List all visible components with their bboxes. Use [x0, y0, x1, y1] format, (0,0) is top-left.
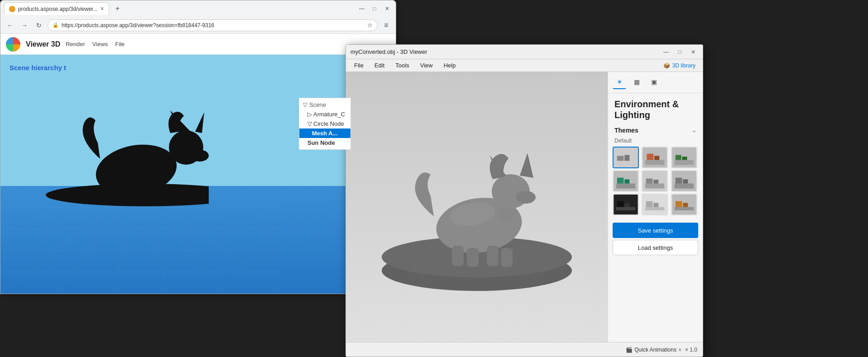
- theme-item-9[interactable]: [671, 194, 697, 215]
- scene-armature[interactable]: ▷Armature_C: [299, 109, 350, 119]
- armature-label: Armature_C: [313, 111, 345, 118]
- quick-animations-label: Quick Animations: [634, 347, 676, 353]
- themes-grid: [608, 147, 703, 219]
- address-bar[interactable]: 🔒 https://products.aspose.app/3d/viewer?…: [48, 19, 378, 31]
- svg-marker-14: [195, 112, 204, 133]
- svg-rect-43: [675, 160, 694, 165]
- theme-item-8[interactable]: [642, 194, 668, 215]
- tab-label: products.aspose.app/3d/viewer...: [18, 6, 97, 12]
- menu-render[interactable]: Render: [66, 41, 85, 48]
- display-tab-btn[interactable]: ▦: [630, 76, 643, 89]
- display-icon: ▦: [634, 78, 640, 86]
- viewer-maximize-btn[interactable]: □: [675, 47, 685, 57]
- tab-favicon: [9, 6, 15, 12]
- scene-label: Scene: [309, 101, 326, 108]
- circle-label: Circle Node: [313, 120, 344, 127]
- menu-tools[interactable]: Tools: [391, 61, 413, 70]
- save-settings-btn[interactable]: Save settings: [613, 223, 698, 238]
- themes-header[interactable]: Themes ⌄: [608, 124, 703, 137]
- refresh-btn[interactable]: ↻: [33, 19, 45, 31]
- theme-item-3[interactable]: [671, 147, 697, 168]
- grid-tab-btn[interactable]: ▣: [647, 76, 661, 89]
- viewer-bottombar: 🎬 Quick Animations ∧ × 1.0: [346, 342, 703, 357]
- app-logo: [6, 37, 20, 52]
- browser-tab[interactable]: products.aspose.app/3d/viewer... ✕: [4, 2, 109, 15]
- svg-rect-27: [452, 246, 464, 266]
- dog-3d-model: [364, 112, 590, 302]
- svg-rect-67: [675, 207, 694, 210]
- theme-item-5[interactable]: [642, 170, 668, 192]
- menu-view[interactable]: View: [416, 61, 437, 70]
- scene-hierarchy-label: Scene hierarchy t: [10, 64, 66, 71]
- theme-item-7[interactable]: [613, 194, 639, 215]
- theme-item-4[interactable]: [613, 170, 639, 192]
- viewer-main: ☀ ▦ ▣ Environment & Lighting Themes ⌄ De…: [346, 72, 703, 342]
- svg-rect-16: [129, 187, 139, 205]
- viewer-minimize-btn[interactable]: —: [661, 47, 671, 57]
- menu-file[interactable]: File: [350, 61, 368, 70]
- browser-titlebar: products.aspose.app/3d/viewer... ✕ + — □…: [0, 0, 396, 17]
- menu-help[interactable]: Help: [439, 61, 460, 70]
- env-title-line2: Lighting: [614, 110, 650, 120]
- env-title-line1: Environment &: [614, 99, 679, 109]
- menu-file[interactable]: File: [115, 41, 125, 48]
- svg-rect-59: [616, 207, 635, 210]
- theme-item-2[interactable]: [642, 147, 668, 168]
- browser-viewport: Left Scene hierarchy t: [0, 55, 396, 294]
- viewer-viewport[interactable]: [346, 72, 608, 342]
- viewer-titlebar: myConverted.obj - 3D Viewer — □ ✕: [346, 45, 703, 59]
- scene-sun[interactable]: Sun Node: [299, 138, 350, 148]
- scene-mesh-selected[interactable]: Mesh A...: [299, 129, 350, 138]
- svg-point-31: [516, 191, 536, 204]
- scene-circle[interactable]: ▽Circle Node: [299, 119, 350, 129]
- quick-animations-btn[interactable]: 🎬 Quick Animations ∧: [626, 347, 681, 353]
- themes-chevron-icon: ⌄: [692, 127, 696, 133]
- new-tab-btn[interactable]: +: [112, 3, 123, 14]
- svg-rect-18: [163, 187, 173, 205]
- viewer-close-btn[interactable]: ✕: [688, 47, 698, 57]
- back-btn[interactable]: ←: [4, 19, 16, 31]
- panel-icon-tabs: ☀ ▦ ▣: [608, 72, 703, 93]
- library-icon: 📦: [663, 62, 670, 69]
- bookmark-icon[interactable]: ☆: [367, 22, 373, 29]
- lighting-icon: ☀: [617, 78, 623, 86]
- browser-minimize-btn[interactable]: —: [357, 4, 367, 14]
- themes-default-label: Default: [608, 137, 703, 147]
- app-title: Viewer 3D: [26, 40, 60, 48]
- lock-icon: 🔒: [53, 22, 59, 28]
- viewer-menubar: File Edit Tools View Help 📦 3D library: [346, 59, 703, 72]
- svg-rect-30: [501, 248, 513, 267]
- svg-rect-29: [487, 246, 499, 266]
- library-button[interactable]: 📦 3D library: [660, 62, 699, 70]
- svg-rect-55: [675, 184, 694, 189]
- viewport-inner: [346, 72, 608, 342]
- svg-rect-35: [624, 155, 629, 161]
- theme-item-1[interactable]: [613, 147, 639, 168]
- menu-views[interactable]: Views: [92, 41, 108, 48]
- quick-anim-chevron-icon: ∧: [678, 347, 681, 352]
- viewer-window-title: myConverted.obj - 3D Viewer: [350, 48, 657, 55]
- grid-icon: ▣: [651, 78, 657, 86]
- svg-point-19: [191, 150, 209, 162]
- browser-menu-btn[interactable]: ≡: [380, 19, 392, 31]
- browser-maximize-btn[interactable]: □: [369, 4, 379, 14]
- viewport-background: Left Scene hierarchy t: [0, 55, 396, 294]
- lighting-tab-btn[interactable]: ☀: [613, 76, 626, 89]
- svg-rect-17: [150, 186, 160, 204]
- svg-rect-15: [116, 186, 126, 204]
- browser-close-btn[interactable]: ✕: [382, 4, 392, 14]
- load-settings-btn[interactable]: Load settings: [613, 240, 698, 255]
- app-header: Viewer 3D Render Views File: [0, 34, 396, 55]
- themes-title: Themes: [614, 127, 638, 134]
- film-icon: 🎬: [626, 347, 633, 353]
- dog-silhouette-browser: [46, 80, 209, 206]
- forward-btn[interactable]: →: [19, 19, 30, 31]
- scene-root[interactable]: ▽Scene: [299, 100, 350, 109]
- svg-rect-51: [645, 184, 664, 189]
- menu-edit[interactable]: Edit: [370, 61, 389, 70]
- theme-item-6[interactable]: [671, 170, 697, 192]
- right-panel: ☀ ▦ ▣ Environment & Lighting Themes ⌄ De…: [608, 72, 703, 342]
- mesh-label: Mesh A...: [312, 130, 338, 137]
- tab-close-btn[interactable]: ✕: [100, 6, 104, 12]
- svg-rect-28: [467, 248, 479, 267]
